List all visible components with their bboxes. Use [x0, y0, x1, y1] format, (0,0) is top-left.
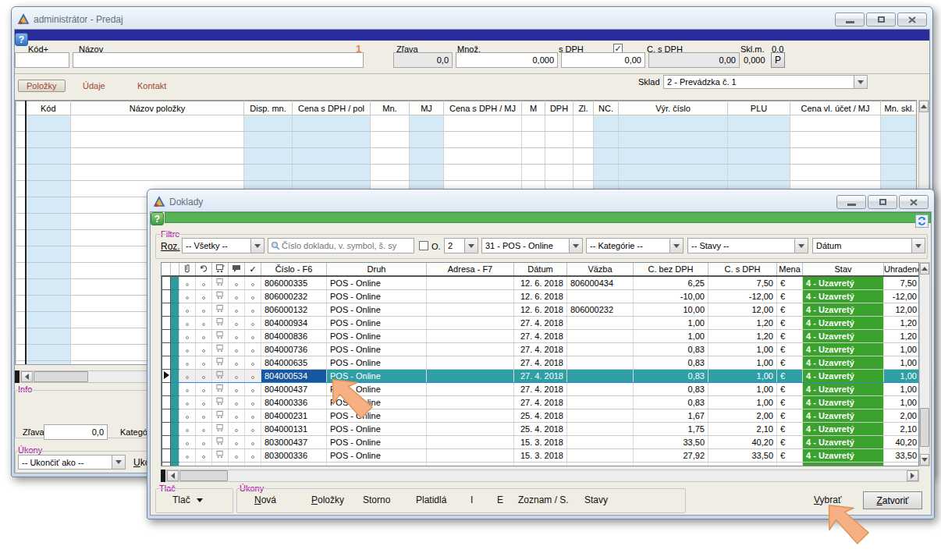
tab-udaje[interactable]: Údaje	[83, 81, 105, 90]
col-vazba[interactable]: Väzba	[567, 263, 634, 276]
cell-mena[interactable]: €	[777, 448, 803, 462]
cell-c-s-dph[interactable]: 33,50	[708, 448, 777, 462]
row-selector[interactable]	[162, 289, 171, 303]
cell-datum[interactable]: 27. 4. 2018	[514, 342, 567, 356]
cell-uhradene[interactable]: 1,20	[884, 329, 920, 342]
cell-vazba[interactable]	[567, 329, 634, 342]
table-row[interactable]: 4 - Uzavretý	[162, 462, 920, 466]
cell-cislo[interactable]: 806000132	[261, 303, 327, 316]
cell-c-bez-dph[interactable]: 1,00	[634, 316, 708, 329]
cell-adresa[interactable]	[427, 342, 514, 356]
cell-druh[interactable]	[327, 462, 427, 466]
zoznam-button[interactable]: Zoznam / S.	[518, 494, 569, 505]
cell-c-bez-dph[interactable]: -10,00	[634, 289, 708, 303]
cell-cislo[interactable]: 806000232	[261, 289, 327, 303]
cell-cislo[interactable]: 803000336	[261, 448, 327, 462]
cell-c-bez-dph[interactable]: 1,00	[634, 329, 708, 342]
cell-datum[interactable]: 27. 4. 2018	[514, 329, 567, 342]
table-row[interactable]: 803000336POS - Online15. 3. 201827,9233,…	[162, 448, 920, 462]
row-selector[interactable]	[162, 342, 171, 356]
cell-druh[interactable]: POS - Online	[327, 422, 427, 435]
cell-adresa[interactable]	[427, 409, 514, 422]
cell-mena[interactable]: €	[777, 329, 803, 342]
cell-cislo[interactable]: 804000836	[261, 329, 327, 342]
scroll-thumb[interactable]	[34, 371, 88, 382]
row-selector[interactable]	[162, 395, 171, 409]
cell-uhradene[interactable]	[884, 462, 920, 466]
cell-adresa[interactable]	[427, 289, 514, 303]
cell-c-s-dph[interactable]: 2,00	[708, 409, 777, 422]
cell-cislo[interactable]: 804000736	[261, 342, 327, 356]
cell-druh[interactable]: POS - Online	[327, 342, 427, 356]
doklady-titlebar[interactable]: Doklady	[150, 192, 932, 211]
table-row[interactable]: 804000934POS - Online27. 4. 20181,001,20…	[162, 316, 920, 329]
cell-cislo[interactable]: 804000437	[261, 382, 327, 395]
i-button[interactable]: I	[470, 494, 473, 505]
chevron-down-icon[interactable]	[464, 239, 478, 253]
cell-datum[interactable]: 27. 4. 2018	[514, 356, 567, 369]
cell-stav[interactable]: 4 - Uzavretý	[803, 289, 884, 303]
scroll-thumb[interactable]	[179, 470, 228, 481]
polozky-button[interactable]: Položky	[311, 494, 344, 505]
kod-input[interactable]	[15, 52, 69, 68]
cell-c-s-dph[interactable]: 7,50	[708, 276, 777, 289]
row-selector[interactable]	[162, 303, 171, 316]
row-selector[interactable]	[162, 422, 171, 435]
scroll-left-icon[interactable]	[21, 371, 33, 382]
cell-uhradene[interactable]: 2,10	[884, 422, 920, 435]
cell-mena[interactable]	[777, 462, 803, 466]
cell-c-bez-dph[interactable]: 10,00	[634, 303, 708, 316]
roz-label[interactable]: Roz.	[161, 241, 180, 252]
cell-c-bez-dph[interactable]: 27,92	[634, 448, 708, 462]
row-selector[interactable]	[162, 329, 171, 342]
chevron-down-icon[interactable]	[794, 239, 808, 253]
cell-c-bez-dph[interactable]: 0,83	[634, 342, 708, 356]
zlava-input[interactable]: 0,0	[393, 52, 453, 68]
table-row[interactable]: 804000635POS - Online27. 4. 20180,831,00…	[162, 356, 920, 369]
cell-uhradene[interactable]: 1,20	[884, 316, 920, 329]
cell-c-s-dph[interactable]: 1,20	[708, 316, 777, 329]
stavy-dropdown[interactable]: -- Stavy --	[687, 238, 808, 253]
cell-vazba[interactable]	[567, 409, 634, 422]
close-button[interactable]	[897, 12, 927, 27]
cell-mena[interactable]: €	[777, 369, 803, 382]
cell-vazba[interactable]	[567, 316, 634, 329]
tab-kontakt[interactable]: Kontakt	[137, 81, 166, 90]
table-row[interactable]: 806000335POS - Online12. 6. 201880600043…	[162, 276, 920, 289]
cell-vazba[interactable]	[567, 356, 634, 369]
chevron-down-icon[interactable]	[854, 76, 867, 88]
cell-vazba[interactable]	[567, 462, 634, 466]
cell-adresa[interactable]	[427, 303, 514, 316]
cell-adresa[interactable]	[427, 369, 514, 382]
refresh-button[interactable]	[915, 214, 929, 228]
close-button[interactable]	[899, 195, 929, 209]
col-datum[interactable]: Dátum	[514, 263, 567, 276]
cell-uhradene[interactable]: 33,50	[884, 448, 920, 462]
cell-adresa[interactable]	[427, 422, 514, 435]
table-row[interactable]: 804000534POS - Online27. 4. 20180,831,00…	[162, 369, 920, 382]
search-input[interactable]	[282, 241, 414, 250]
cell-adresa[interactable]	[427, 435, 514, 448]
nova-button[interactable]: Nová	[254, 494, 276, 505]
cell-uhradene[interactable]: 12,00	[884, 303, 920, 316]
nazov-input[interactable]	[73, 52, 364, 68]
cell-adresa[interactable]	[427, 462, 514, 466]
cislo-dropdown[interactable]: 2	[444, 238, 478, 253]
predaj-titlebar[interactable]: administrátor - Predaj	[14, 9, 930, 29]
cell-druh[interactable]: POS - Online	[327, 329, 427, 342]
cell-vazba[interactable]: 806000232	[567, 303, 634, 316]
cell-uhradene[interactable]: 2,00	[884, 409, 920, 422]
cell-druh[interactable]: POS - Online	[327, 316, 427, 329]
cell-cislo[interactable]: 804000131	[261, 422, 327, 435]
row-selector[interactable]	[162, 409, 171, 422]
cell-uhradene[interactable]: -12,00	[884, 289, 920, 303]
cell-stav[interactable]: 4 - Uzavretý	[803, 276, 884, 289]
cell-c-bez-dph[interactable]: 0,83	[634, 395, 708, 409]
cell-mena[interactable]: €	[777, 435, 803, 448]
table-row[interactable]: 806000132POS - Online12. 6. 201880600023…	[162, 303, 920, 316]
cell-stav[interactable]: 4 - Uzavretý	[803, 462, 884, 466]
restore-button[interactable]	[868, 195, 897, 209]
minimize-button[interactable]	[835, 12, 865, 27]
cell-c-bez-dph[interactable]: 0,83	[634, 356, 708, 369]
table-row[interactable]: 806000232POS - Online12. 6. 2018-10,00-1…	[162, 289, 920, 303]
